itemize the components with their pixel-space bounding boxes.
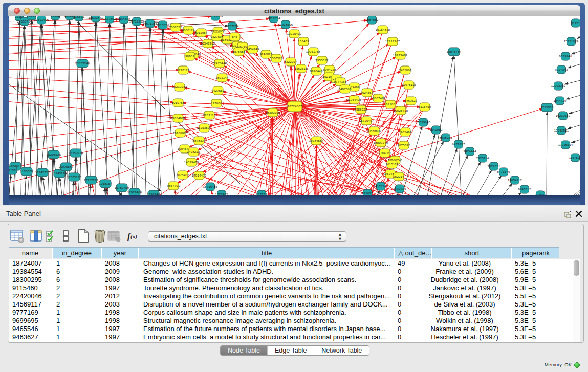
svg-text:1588520: 1588520 bbox=[270, 57, 283, 60]
svg-text:10973493: 10973493 bbox=[393, 54, 408, 57]
svg-text:7515526: 7515526 bbox=[156, 24, 169, 27]
svg-text:1875685: 1875685 bbox=[232, 50, 246, 53]
svg-text:9227343: 9227343 bbox=[555, 68, 568, 71]
svg-text:16532871: 16532871 bbox=[89, 16, 103, 19]
svg-text:12505135: 12505135 bbox=[67, 176, 82, 179]
svg-text:8660124: 8660124 bbox=[182, 29, 195, 32]
svg-text:73991: 73991 bbox=[27, 16, 36, 17]
svg-text:252214: 252214 bbox=[393, 175, 404, 178]
svg-text:7357274: 7357274 bbox=[226, 25, 239, 28]
svg-text:8471676: 8471676 bbox=[497, 170, 510, 173]
svg-text:10654112: 10654112 bbox=[508, 179, 522, 182]
svg-text:12213383: 12213383 bbox=[172, 85, 187, 89]
svg-text:1167535: 1167535 bbox=[569, 156, 580, 159]
svg-text:11121: 11121 bbox=[571, 21, 580, 25]
svg-text:10719155: 10719155 bbox=[129, 20, 144, 23]
svg-text:19218506: 19218506 bbox=[278, 23, 293, 26]
svg-text:546: 546 bbox=[232, 35, 238, 38]
svg-text:12975115: 12975115 bbox=[402, 83, 417, 86]
svg-text:1010755: 1010755 bbox=[171, 101, 185, 104]
svg-text:23226058: 23226058 bbox=[211, 30, 226, 33]
svg-text:1640953: 1640953 bbox=[429, 128, 443, 132]
svg-text:1733426: 1733426 bbox=[393, 187, 406, 190]
svg-text:7625402: 7625402 bbox=[176, 173, 189, 177]
svg-text:22428448: 22428448 bbox=[212, 62, 227, 65]
svg-text:14099489: 14099489 bbox=[184, 161, 199, 164]
svg-text:24055714: 24055714 bbox=[17, 20, 32, 23]
svg-text:2803144: 2803144 bbox=[215, 76, 229, 79]
svg-text:1156829: 1156829 bbox=[20, 170, 33, 173]
svg-text:6497568: 6497568 bbox=[338, 87, 352, 91]
svg-text:15716485: 15716485 bbox=[203, 185, 218, 188]
svg-text:10025438: 10025438 bbox=[394, 109, 408, 112]
svg-text:20932: 20932 bbox=[51, 16, 60, 17]
svg-text:9184067: 9184067 bbox=[378, 151, 391, 155]
svg-text:12942757: 12942757 bbox=[35, 171, 50, 174]
svg-text:14136141: 14136141 bbox=[374, 185, 388, 188]
svg-text:1615132: 1615132 bbox=[385, 163, 399, 166]
svg-text:62160: 62160 bbox=[386, 103, 395, 106]
svg-text:916532: 916532 bbox=[73, 16, 84, 18]
svg-text:17359924: 17359924 bbox=[69, 151, 83, 155]
svg-text:16033809: 16033809 bbox=[208, 16, 223, 18]
svg-text:117006: 117006 bbox=[211, 102, 222, 105]
svg-text:14914479: 14914479 bbox=[192, 174, 207, 177]
svg-text:6479197: 6479197 bbox=[452, 143, 465, 146]
svg-text:1362615: 1362615 bbox=[294, 67, 308, 70]
svg-text:9245612: 9245612 bbox=[518, 188, 531, 191]
svg-text:1958167: 1958167 bbox=[99, 182, 112, 185]
svg-text:114519: 114519 bbox=[54, 172, 64, 175]
svg-text:8938923: 8938923 bbox=[439, 136, 452, 139]
svg-text:166409: 166409 bbox=[298, 40, 309, 43]
svg-text:16671355: 16671355 bbox=[143, 22, 158, 25]
svg-text:9427552: 9427552 bbox=[211, 89, 225, 92]
svg-text:8912954: 8912954 bbox=[194, 31, 208, 34]
svg-text:1075692: 1075692 bbox=[397, 144, 410, 147]
svg-text:7663822: 7663822 bbox=[169, 26, 182, 29]
svg-text:2935114: 2935114 bbox=[476, 157, 489, 160]
svg-text:1527602: 1527602 bbox=[103, 17, 116, 20]
svg-text:21364436: 21364436 bbox=[347, 98, 362, 101]
svg-text:18300295: 18300295 bbox=[266, 111, 280, 114]
svg-text:17957223: 17957223 bbox=[84, 179, 99, 182]
svg-text:39153: 39153 bbox=[9, 169, 16, 172]
svg-text:7386322: 7386322 bbox=[354, 108, 367, 111]
svg-text:16154838: 16154838 bbox=[376, 28, 390, 31]
svg-text:7955812: 7955812 bbox=[315, 59, 329, 62]
svg-text:20053346: 20053346 bbox=[75, 62, 90, 65]
svg-text:17016514: 17016514 bbox=[558, 143, 573, 146]
svg-text:9474444: 9474444 bbox=[463, 150, 476, 153]
svg-text:9146821: 9146821 bbox=[259, 53, 273, 56]
svg-text:10807487: 10807487 bbox=[371, 97, 386, 100]
svg-text:6466160: 6466160 bbox=[117, 18, 130, 21]
svg-text:10688609: 10688609 bbox=[367, 129, 382, 133]
svg-text:3267110: 3267110 bbox=[203, 114, 216, 117]
svg-text:1498222: 1498222 bbox=[187, 150, 200, 154]
svg-text:20691406: 20691406 bbox=[34, 18, 49, 21]
svg-text:8454749: 8454749 bbox=[246, 48, 259, 51]
svg-text:7485063: 7485063 bbox=[399, 69, 412, 72]
svg-text:9463627: 9463627 bbox=[404, 99, 418, 102]
svg-text:3624554: 3624554 bbox=[360, 91, 374, 94]
svg-text:8813054: 8813054 bbox=[267, 17, 280, 20]
svg-text:12093323: 12093323 bbox=[551, 84, 566, 87]
svg-text:(x): (x) bbox=[130, 233, 137, 240]
svg-text:8990448: 8990448 bbox=[310, 70, 323, 73]
svg-text:18724007: 18724007 bbox=[288, 105, 302, 108]
svg-text:7632621: 7632621 bbox=[487, 165, 500, 168]
svg-text:16782759: 16782759 bbox=[115, 186, 129, 189]
svg-text:9529946: 9529946 bbox=[559, 55, 572, 58]
svg-text:13325419: 13325419 bbox=[287, 32, 302, 35]
svg-text:10899695: 10899695 bbox=[416, 121, 431, 124]
svg-text:15751074: 15751074 bbox=[564, 40, 579, 43]
svg-text:19384554: 19384554 bbox=[309, 139, 324, 142]
svg-text:2087682: 2087682 bbox=[365, 18, 379, 21]
svg-text:20206526: 20206526 bbox=[47, 153, 61, 156]
svg-text:15720407: 15720407 bbox=[359, 119, 374, 122]
svg-text:12213967: 12213967 bbox=[385, 40, 400, 43]
svg-text:19166825: 19166825 bbox=[173, 132, 188, 135]
svg-text:12923466: 12923466 bbox=[127, 191, 142, 194]
svg-text:16848784: 16848784 bbox=[447, 50, 462, 53]
svg-text:20975867: 20975867 bbox=[59, 165, 74, 168]
svg-text:8878334: 8878334 bbox=[192, 139, 206, 142]
